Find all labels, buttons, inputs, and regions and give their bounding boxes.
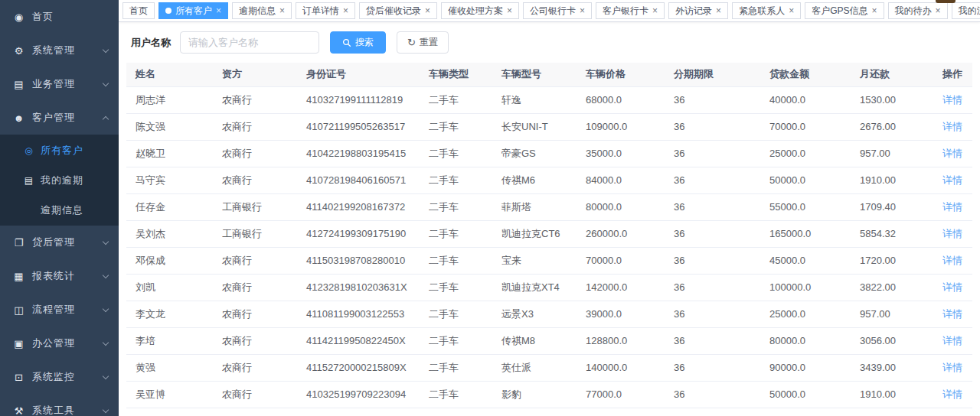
- cell-action: 详情: [942, 354, 972, 381]
- cell-funder: 农商行: [213, 274, 297, 301]
- close-icon[interactable]: ×: [343, 6, 348, 15]
- sidebar-menu-item[interactable]: ▤ 业务管理: [0, 67, 119, 101]
- detail-link[interactable]: 详情: [942, 362, 962, 373]
- sidebar-menu-item[interactable]: ☻ 客户管理: [0, 101, 119, 135]
- content-panel: 用户名称 搜索 ↻ 重置 姓名: [119, 22, 980, 416]
- page-tab[interactable]: 首页 ×: [122, 2, 155, 19]
- page-tab[interactable]: 客户GPS信息 ×: [805, 2, 884, 19]
- cell-loan: 100000.0: [760, 274, 851, 301]
- page-tab[interactable]: 逾期信息 ×: [232, 2, 292, 19]
- cell-price: 109000.0: [577, 113, 665, 140]
- close-icon[interactable]: ×: [871, 6, 877, 15]
- sidebar-menu-item[interactable]: ▣ 办公管理: [0, 327, 119, 360]
- sidebar-menu-item[interactable]: ❐ 贷后管理: [0, 226, 119, 259]
- cell-monthly: 1910.00: [851, 381, 942, 408]
- cell-vehicle-type: 二手车: [420, 167, 492, 193]
- cell-funder: 农商行: [213, 354, 297, 381]
- page-tab[interactable]: 外访记录 ×: [668, 2, 728, 19]
- detail-link[interactable]: 详情: [942, 308, 962, 320]
- cell-vehicle-type: 二手车: [420, 274, 492, 301]
- detail-link[interactable]: 详情: [942, 121, 962, 132]
- sidebar-submenu-item[interactable]: 逾期信息: [0, 195, 119, 225]
- page-tab[interactable]: 所有客户 ×: [158, 2, 228, 19]
- sidebar-item-label: 系统工具: [32, 404, 103, 416]
- close-icon[interactable]: ×: [789, 6, 794, 15]
- detail-link[interactable]: 详情: [942, 281, 962, 293]
- cell-vehicle-model: 菲斯塔: [492, 193, 577, 220]
- close-icon[interactable]: ×: [716, 6, 721, 15]
- chevron-down-icon: [103, 406, 109, 412]
- all-customers-icon: ◎: [23, 145, 34, 156]
- page-tab[interactable]: 我的流程 ×: [952, 2, 980, 19]
- detail-link[interactable]: 详情: [942, 94, 962, 106]
- close-icon[interactable]: ×: [279, 6, 285, 15]
- page-tab[interactable]: 客户银行卡 ×: [596, 2, 665, 19]
- chevron-down-icon: [103, 372, 109, 379]
- sidebar-menu-item[interactable]: ⚙ 系统管理: [0, 34, 119, 67]
- cell-vehicle-type: 二手车: [420, 86, 492, 113]
- close-icon[interactable]: ×: [580, 6, 585, 15]
- cell-name: 邓保成: [126, 247, 213, 274]
- close-icon[interactable]: ×: [425, 6, 430, 15]
- table-row: 李培 农商行 41142119950822450X 二手车 传祺M8 12880…: [126, 327, 972, 354]
- refresh-icon: ↻: [407, 37, 416, 47]
- detail-link[interactable]: 详情: [942, 255, 962, 266]
- sidebar-subitem-label: 逾期信息: [41, 203, 119, 217]
- page-tab[interactable]: 紧急联系人 ×: [732, 2, 801, 19]
- cell-monthly: 957.00: [851, 140, 942, 167]
- detail-link[interactable]: 详情: [942, 388, 962, 400]
- page-tab[interactable]: 公司银行卡 ×: [523, 2, 592, 19]
- detail-link[interactable]: 详情: [942, 174, 962, 186]
- cell-id-number: 41152720000215809X: [297, 354, 420, 381]
- detail-link[interactable]: 详情: [942, 228, 962, 239]
- table-row: 李文龙 农商行 411081199003122553 二手车 远景X3 3900…: [126, 301, 972, 327]
- cell-term: 36: [665, 113, 760, 140]
- cell-vehicle-model: 凯迪拉克XT4: [492, 274, 577, 301]
- reset-button[interactable]: ↻ 重置: [397, 31, 449, 54]
- cell-term: 36: [665, 167, 760, 193]
- tab-label: 公司银行卡: [530, 5, 576, 18]
- close-icon[interactable]: ×: [216, 6, 221, 15]
- search-button[interactable]: 搜索: [330, 31, 386, 54]
- sidebar-submenu-item[interactable]: ▤ 我的逾期: [0, 165, 119, 195]
- table-row: 吴刘杰 工商银行 412724199309175190 二手车 凯迪拉克CT6 …: [126, 220, 972, 247]
- sidebar-menu-item[interactable]: ◉ 首页: [0, 0, 119, 34]
- cell-price: 39000.0: [577, 301, 665, 327]
- detail-link[interactable]: 详情: [942, 148, 962, 159]
- cell-id-number: 41142119950822450X: [297, 327, 420, 354]
- cell-action: 详情: [942, 274, 972, 301]
- page-tab[interactable]: 订单详情 ×: [296, 2, 355, 19]
- sidebar-menu-item[interactable]: ▦ 报表统计: [0, 259, 119, 293]
- sidebar-menu-item[interactable]: ◫ 流程管理: [0, 293, 119, 327]
- cell-funder: 工商银行: [213, 220, 297, 247]
- cell-loan: 25000.0: [760, 301, 851, 327]
- tab-label: 紧急联系人: [739, 5, 785, 18]
- sidebar-submenu-item[interactable]: ◎ 所有客户: [0, 135, 119, 165]
- cell-vehicle-type: 二手车: [420, 113, 492, 140]
- cell-id-number: 411081199003122553: [297, 301, 420, 327]
- workflow-icon: ◫: [13, 304, 24, 316]
- sidebar-menu-item[interactable]: ⊡ 系统监控: [0, 360, 119, 394]
- page-tab[interactable]: 我的待办 ×: [888, 2, 948, 19]
- sidebar-item-label: 办公管理: [32, 336, 103, 350]
- sidebar-menu-item[interactable]: ⚒ 系统工具: [0, 394, 119, 416]
- detail-link[interactable]: 详情: [942, 335, 962, 346]
- close-icon[interactable]: ×: [936, 6, 941, 15]
- detail-link[interactable]: 详情: [942, 201, 962, 213]
- cell-monthly: 2676.00: [851, 113, 942, 140]
- close-icon[interactable]: ×: [652, 6, 658, 15]
- cell-price: 35000.0: [577, 140, 665, 167]
- sidebar-item-label: 客户管理: [32, 111, 103, 125]
- my-overdue-icon: ▤: [23, 175, 34, 186]
- cell-price: 260000.0: [577, 220, 665, 247]
- cell-name: 王银柱: [126, 408, 213, 416]
- cell-vehicle-type: 二手车: [420, 301, 492, 327]
- close-icon[interactable]: ×: [507, 6, 512, 15]
- cell-monthly: 3822.00: [851, 274, 942, 301]
- page-tab[interactable]: 贷后催收记录 ×: [359, 2, 437, 19]
- page-tab[interactable]: 催收处理方案 ×: [441, 2, 519, 19]
- tab-label: 客户GPS信息: [812, 5, 867, 18]
- table-header: 姓名 资方 身份证号 车辆类型 车辆型号 车辆价格 分期期限 贷款金额 月还款 …: [126, 63, 972, 86]
- customer-name-input[interactable]: [180, 31, 319, 54]
- cell-action: 详情: [942, 86, 972, 113]
